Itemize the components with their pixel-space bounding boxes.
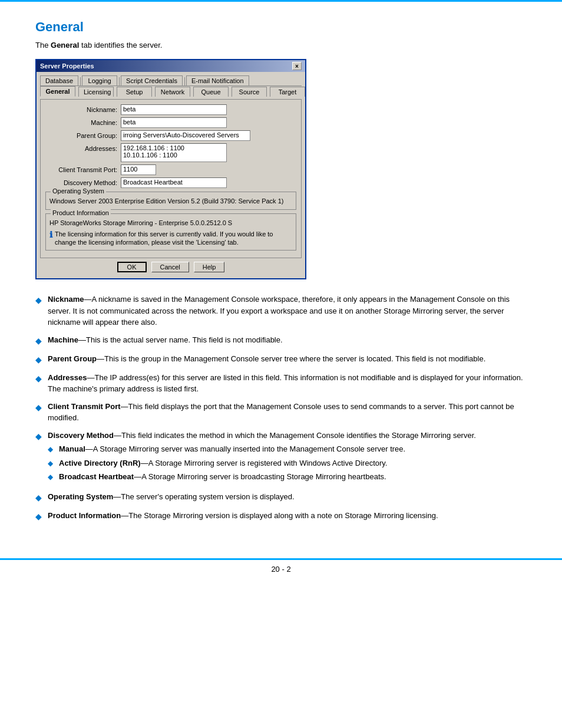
- form-area: Nickname: beta Machine: beta: [40, 99, 302, 258]
- list-item: ◆ Discovery Method—This field indicates …: [35, 430, 527, 485]
- term: Machine: [48, 335, 78, 344]
- bullet-text: Addresses—The IP address(es) for this se…: [48, 372, 527, 395]
- addresses-input[interactable]: 192.168.1.106 : 1100 10.10.1.106 : 1100: [121, 143, 227, 162]
- tab-licensing[interactable]: Licensing: [78, 87, 114, 97]
- product-value: HP StorageWorks Storage Mirroring - Ente…: [49, 219, 292, 228]
- nickname-input[interactable]: beta: [121, 104, 227, 115]
- dialog-close-button[interactable]: ×: [292, 62, 302, 70]
- tab-network[interactable]: Network: [155, 87, 190, 97]
- tab-email-notification[interactable]: E-mail Notification: [186, 75, 249, 85]
- machine-row: Machine: beta: [44, 117, 297, 128]
- discovery-method-input[interactable]: Broadcast Heartbeat: [121, 177, 227, 188]
- list-item: ◆ Nickname—A nickname is saved in the Ma…: [35, 294, 527, 328]
- discovery-method-row: Discovery Method: Broadcast Heartbeat: [44, 177, 297, 188]
- tab-queue[interactable]: Queue: [193, 87, 229, 97]
- tab-source[interactable]: Source: [232, 87, 267, 97]
- term: Nickname: [48, 295, 84, 304]
- product-group-box: Product Information HP StorageWorks Stor…: [45, 213, 296, 251]
- dialog-titlebar: Server Properties ×: [37, 60, 305, 72]
- server-properties-dialog: Server Properties × Database Logging Scr…: [35, 59, 306, 279]
- list-item: ◆ Client Transmit Port—This field displa…: [35, 401, 527, 424]
- tab-database[interactable]: Database: [40, 75, 78, 85]
- list-item: ◆ Machine—This is the actual server name…: [35, 334, 527, 347]
- addresses-label: Addresses:: [44, 143, 121, 154]
- list-item: ◆ Parent Group—This is the group in the …: [35, 353, 527, 366]
- tab-general[interactable]: General: [40, 86, 75, 97]
- bullet-icon: ◆: [35, 354, 42, 366]
- term: Addresses: [48, 373, 87, 382]
- sub-bullet-text: Active Directory (RnR)—A Storage Mirrori…: [59, 457, 387, 469]
- os-group-label: Operating System: [51, 187, 106, 195]
- dialog-wrapper: Server Properties × Database Logging Scr…: [35, 59, 527, 279]
- intro-text-before: The: [35, 41, 51, 50]
- bullet-text: Parent Group—This is the group in the Ma…: [48, 353, 527, 365]
- tab-divider-1: [80, 77, 81, 85]
- sub-bullet-text: Broadcast Heartbeat—A Storage Mirroring …: [59, 471, 386, 483]
- tab-row-1: Database Logging Script Credentials E-ma…: [40, 75, 302, 86]
- bullet-icon: ◆: [35, 335, 42, 347]
- intro-paragraph: The General tab identifies the server.: [35, 41, 527, 50]
- dialog-title: Server Properties: [40, 62, 94, 70]
- list-item: ◆ Manual—A Storage Mirroring server was …: [48, 443, 527, 455]
- ok-button[interactable]: OK: [117, 262, 147, 272]
- tab-divider-2: [119, 77, 120, 85]
- bullet-icon: ◆: [35, 294, 42, 307]
- bullet-text: Discovery Method—This field indicates th…: [48, 430, 527, 485]
- bullet-list: ◆ Nickname—A nickname is saved in the Ma…: [35, 294, 527, 523]
- tab-target[interactable]: Target: [270, 87, 305, 97]
- product-group-label: Product Information: [51, 209, 111, 216]
- page-content: General The General tab identifies the s…: [0, 2, 562, 546]
- bullet-text: Machine—This is the actual server name. …: [48, 334, 527, 346]
- page-title: General: [35, 19, 527, 35]
- nickname-label: Nickname:: [44, 104, 121, 115]
- list-item: ◆ Operating System—The server's operatin…: [35, 491, 527, 504]
- parent-group-label: Parent Group:: [44, 130, 121, 141]
- footer-text: 20 - 2: [271, 565, 290, 574]
- info-row: ℹ The licensing information for this ser…: [49, 230, 292, 246]
- bullet-icon: ◆: [35, 373, 42, 385]
- os-group-box: Operating System Windows Server 2003 Ent…: [45, 192, 296, 210]
- machine-label: Machine:: [44, 117, 121, 128]
- sub-bullet-icon: ◆: [48, 472, 53, 482]
- sub-bullet-list: ◆ Manual—A Storage Mirroring server was …: [48, 443, 527, 483]
- sub-bullet-icon: ◆: [48, 444, 53, 454]
- list-item: ◆ Addresses—The IP address(es) for this …: [35, 372, 527, 395]
- tab-logging[interactable]: Logging: [82, 75, 117, 85]
- cancel-button[interactable]: Cancel: [151, 262, 189, 272]
- sub-bullet-icon: ◆: [48, 458, 53, 469]
- bullet-icon: ◆: [35, 492, 42, 504]
- intro-bold: General: [51, 41, 79, 50]
- machine-input[interactable]: beta: [121, 117, 227, 128]
- nickname-row: Nickname: beta: [44, 104, 297, 115]
- info-icon: ℹ: [49, 230, 52, 239]
- list-item: ◆ Active Directory (RnR)—A Storage Mirro…: [48, 457, 527, 469]
- term: Product Information: [48, 511, 121, 520]
- client-transmit-port-label: Client Transmit Port:: [44, 164, 121, 175]
- dialog-buttons: OK Cancel Help: [40, 258, 302, 275]
- bullet-icon: ◆: [35, 510, 42, 523]
- bullet-text: Nickname—A nickname is saved in the Mana…: [48, 294, 527, 328]
- tab-divider-3: [184, 77, 185, 85]
- bullet-icon: ◆: [35, 430, 42, 443]
- parent-group-input[interactable]: irroing Servers\Auto-Discovered Servers: [121, 130, 250, 141]
- term: Client Transmit Port: [48, 402, 121, 411]
- list-item: ◆ Broadcast Heartbeat—A Storage Mirrorin…: [48, 471, 527, 483]
- intro-text-after: tab identifies the server.: [79, 41, 162, 50]
- client-transmit-port-row: Client Transmit Port: 1100: [44, 164, 297, 175]
- discovery-method-label: Discovery Method:: [44, 177, 121, 188]
- os-group-content: Windows Server 2003 Enterprise Edition V…: [49, 197, 292, 206]
- term: Parent Group: [48, 354, 97, 363]
- tab-setup[interactable]: Setup: [117, 87, 152, 97]
- bullet-text: Operating System—The server's operating …: [48, 491, 527, 503]
- dialog-body: Database Logging Script Credentials E-ma…: [37, 72, 305, 278]
- help-button[interactable]: Help: [194, 262, 225, 272]
- term: Operating System: [48, 492, 113, 501]
- bullet-text: Client Transmit Port—This field displays…: [48, 401, 527, 424]
- sub-bullet-text: Manual—A Storage Mirroring server was ma…: [59, 443, 405, 455]
- info-text: The licensing information for this serve…: [55, 230, 292, 246]
- tab-script-credentials[interactable]: Script Credentials: [121, 75, 183, 85]
- parent-group-row: Parent Group: irroing Servers\Auto-Disco…: [44, 130, 297, 141]
- term: Discovery Method: [48, 431, 114, 440]
- client-transmit-port-input[interactable]: 1100: [121, 164, 156, 175]
- addresses-row: Addresses: 192.168.1.106 : 1100 10.10.1.…: [44, 143, 297, 162]
